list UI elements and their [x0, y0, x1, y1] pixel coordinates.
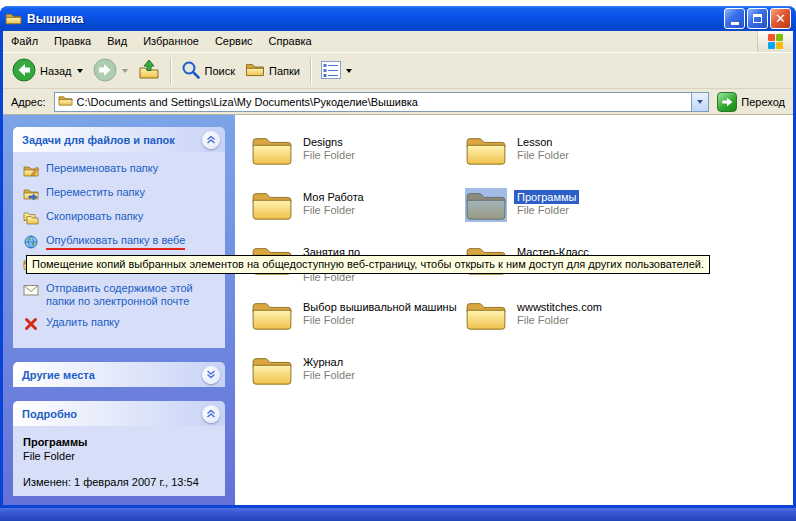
task-email-folder[interactable]: Отправить содержимое этой папки по элект… — [23, 282, 221, 308]
explorer-window: Вышивка ✕ Файл Правка Вид Избранное Серв… — [0, 6, 796, 508]
folder-icon — [465, 133, 507, 167]
folder-up-icon — [138, 59, 160, 82]
views-button[interactable] — [316, 58, 357, 84]
back-button[interactable]: Назад — [7, 55, 88, 87]
details-item-modified: Изменен: 1 февраля 2007 г., 13:54 — [23, 476, 221, 488]
details-body: Программы File Folder Изменен: 1 февраля… — [13, 426, 225, 496]
folder-item-moya-rabota[interactable]: Моя РаботаFile Folder — [251, 188, 465, 226]
email-icon — [23, 282, 39, 298]
up-button[interactable] — [133, 56, 165, 85]
forward-dropdown-icon — [122, 69, 128, 73]
file-tasks-title: Задачи для файлов и папок — [22, 134, 175, 146]
address-folder-icon — [58, 94, 73, 109]
details-title: Подробно — [22, 408, 77, 420]
search-button[interactable]: Поиск — [176, 57, 240, 85]
folder-name: Программы — [514, 190, 579, 204]
file-tasks-header[interactable]: Задачи для файлов и папок — [13, 127, 225, 152]
address-bar: Адрес: C:\Documents and Settings\Liza\My… — [3, 89, 793, 115]
maximize-icon — [753, 14, 762, 23]
menu-edit[interactable]: Правка — [46, 31, 99, 52]
minimize-icon — [731, 22, 739, 25]
other-places-header[interactable]: Другие места — [13, 362, 225, 387]
toolbar: Назад Поиск Папки — [3, 53, 793, 89]
menu-tools[interactable]: Сервис — [207, 31, 261, 52]
close-icon: ✕ — [775, 12, 786, 25]
views-dropdown-icon — [346, 69, 352, 73]
folder-item-lesson[interactable]: LessonFile Folder — [465, 133, 679, 171]
collapse-chevron-icon[interactable] — [202, 131, 220, 149]
forward-icon — [93, 58, 117, 84]
go-button[interactable]: Переход — [713, 92, 789, 112]
back-icon — [12, 58, 36, 84]
back-label: Назад — [40, 65, 72, 77]
address-label: Адрес: — [7, 96, 50, 108]
delete-icon — [23, 316, 39, 332]
folder-type: File Folder — [514, 149, 569, 161]
folder-name: Моя Работа — [300, 190, 367, 204]
file-tasks-body: Переименовать папку Переместить папку — [13, 152, 225, 348]
copy-folder-icon — [23, 210, 39, 226]
folder-item-zhurnal[interactable]: ЖурналFile Folder — [251, 353, 465, 391]
folder-name: wwwstitches.com — [514, 300, 605, 314]
task-label: Скопировать папку — [46, 210, 143, 223]
title-bar: Вышивка ✕ — [0, 6, 796, 31]
folder-name: Designs — [300, 135, 346, 149]
task-delete-folder[interactable]: Удалить папку — [23, 316, 221, 332]
back-dropdown-icon — [77, 69, 83, 73]
section-details: Подробно Программы File Folder Изменен: … — [13, 401, 225, 496]
window-title: Вышивка — [27, 12, 724, 26]
folder-icon — [465, 298, 507, 332]
task-copy-folder[interactable]: Скопировать папку — [23, 210, 221, 226]
close-button[interactable]: ✕ — [770, 8, 791, 29]
address-input[interactable]: C:\Documents and Settings\Liza\My Docume… — [54, 92, 710, 112]
search-icon — [181, 60, 201, 82]
task-label: Переместить папку — [46, 186, 145, 199]
rename-folder-icon — [23, 162, 39, 178]
folder-item-vybor-mashiny[interactable]: Выбор вышивальной машиныFile Folder — [251, 298, 465, 336]
task-rename-folder[interactable]: Переименовать папку — [23, 162, 221, 178]
folders-icon — [245, 61, 265, 80]
folders-label: Папки — [269, 65, 300, 77]
collapse-chevron-icon[interactable] — [202, 405, 220, 423]
details-item-name: Программы — [23, 436, 221, 448]
address-dropdown-button[interactable] — [691, 93, 708, 111]
main-area: Задачи для файлов и папок Переименовать … — [3, 115, 793, 505]
folder-icon — [251, 133, 293, 167]
folder-type: File Folder — [514, 204, 569, 216]
task-pane: Задачи для файлов и папок Переименовать … — [3, 115, 235, 505]
minimize-button[interactable] — [724, 8, 745, 29]
menu-file[interactable]: Файл — [3, 31, 46, 52]
task-label: Отправить содержимое этой папки по элект… — [46, 282, 221, 308]
folder-item-designs[interactable]: DesignsFile Folder — [251, 133, 465, 171]
maximize-button[interactable] — [747, 8, 768, 29]
folder-type: File Folder — [300, 369, 355, 381]
forward-button[interactable] — [88, 55, 133, 87]
windows-logo-icon — [757, 31, 793, 52]
folder-name: Выбор вышивальной машины — [300, 300, 460, 314]
folder-item-programmy[interactable]: ПрограммыFile Folder — [465, 188, 679, 226]
menu-help[interactable]: Справка — [261, 31, 320, 52]
details-item-type: File Folder — [23, 450, 221, 462]
folder-item-wwwstitches[interactable]: wwwstitches.comFile Folder — [465, 298, 679, 336]
task-label: Переименовать папку — [46, 162, 158, 175]
toolbar-separator — [310, 58, 311, 84]
folder-type: File Folder — [300, 204, 355, 216]
menu-favorites[interactable]: Избранное — [135, 31, 207, 52]
folder-name: Lesson — [514, 135, 555, 149]
go-arrow-icon — [717, 92, 737, 112]
folder-type: File Folder — [300, 149, 355, 161]
views-icon — [321, 61, 341, 81]
search-label: Поиск — [205, 65, 235, 77]
folder-icon — [251, 188, 293, 222]
folder-icon — [251, 298, 293, 332]
folder-icon — [251, 353, 293, 387]
task-publish-folder[interactable]: Опубликовать папку в вебе — [23, 234, 221, 250]
menu-view[interactable]: Вид — [99, 31, 135, 52]
details-header[interactable]: Подробно — [13, 401, 225, 426]
move-folder-icon — [23, 186, 39, 202]
task-move-folder[interactable]: Переместить папку — [23, 186, 221, 202]
address-value: C:\Documents and Settings\Liza\My Docume… — [77, 96, 688, 108]
section-file-tasks: Задачи для файлов и папок Переименовать … — [13, 127, 225, 348]
expand-chevron-icon[interactable] — [202, 366, 220, 384]
folders-button[interactable]: Папки — [240, 58, 305, 83]
